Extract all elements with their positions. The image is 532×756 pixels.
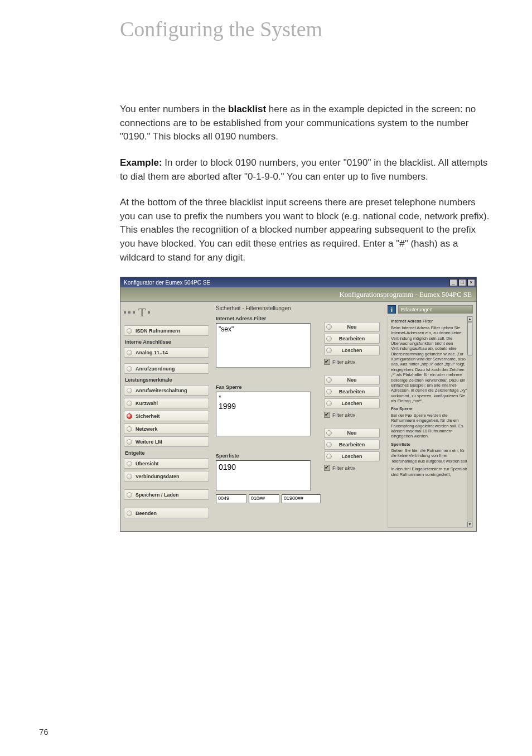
listbox-fax-sperre[interactable]: * 1999: [216, 392, 311, 436]
nav-isdn-rufnummern[interactable]: ISDN Rufnummern: [124, 325, 209, 336]
chk-filter-aktiv-1[interactable]: Filter aktiv: [324, 359, 380, 365]
chk-filter-aktiv-2[interactable]: Filter aktiv: [324, 412, 380, 418]
nav-heading-lm: Leistungsmerkmale: [125, 377, 209, 383]
btn-neu-2[interactable]: Neu: [324, 375, 380, 385]
prefill-row: 0049 010## 01900##: [216, 494, 322, 503]
app-window: Konfigurator der Eumex 504PC SE _ □ × Ko…: [120, 277, 477, 532]
body-text: You enter numbers in the blacklist here …: [120, 103, 493, 264]
page-number: 76: [39, 727, 49, 736]
help-title: Erläuterungen: [398, 305, 473, 314]
help-h1: Internet Adress Filter: [391, 319, 470, 324]
help-body: Internet Adress Filter Beim Internet Adr…: [388, 316, 473, 528]
prefill-3[interactable]: 01900##: [282, 494, 321, 503]
app-banner: Konfigurationsprogramm - Eumex 504PC SE: [120, 287, 476, 302]
btn-neu-3[interactable]: Neu: [324, 428, 380, 438]
nav-heading-entgelte: Entgelte: [125, 450, 209, 456]
prefill-1[interactable]: 0049: [216, 494, 246, 503]
label-internet-filter: Internet Adress Filter: [216, 316, 322, 321]
btn-loeschen-2[interactable]: Löschen: [324, 398, 380, 408]
help-h2: Fax Sperre: [391, 406, 470, 411]
help-scrollbar[interactable]: ▲ ▼: [467, 316, 472, 527]
scroll-down-icon[interactable]: ▼: [467, 522, 472, 527]
nav-sidebar: T ISDN Rufnummern Interne Anschlüsse Ana…: [120, 302, 212, 531]
scroll-thumb[interactable]: [467, 322, 472, 355]
para-2: Example: In order to block 0190 numbers,…: [120, 156, 493, 184]
nav-anrufweiterschaltung[interactable]: Anrufweiterschaltung: [124, 385, 209, 396]
para-4: This enables the recognition of a blocke…: [120, 223, 493, 264]
btn-loeschen-1[interactable]: Löschen: [324, 345, 380, 355]
help-p2: Bei der Fax Sperre werden die Rufnummern…: [391, 413, 470, 439]
nav-analog[interactable]: Analog 11..14: [124, 347, 209, 358]
btn-neu-1[interactable]: Neu: [324, 322, 380, 332]
btn-loeschen-3[interactable]: Löschen: [324, 451, 380, 461]
listbox-internet-filter[interactable]: "sex": [216, 323, 311, 368]
window-title: Konfigurator der Eumex 504PC SE: [124, 280, 210, 286]
window-maximize-button[interactable]: □: [458, 279, 466, 286]
para-3: At the bottom of the three blacklist inp…: [120, 196, 493, 223]
btn-bearbeiten-3[interactable]: Bearbeiten: [324, 440, 380, 450]
nav-netzwerk[interactable]: Netzwerk: [124, 423, 209, 434]
label-sperrliste: Sperrliste: [216, 453, 322, 459]
nav-verbindungsdaten[interactable]: Verbindungsdaten: [124, 471, 209, 481]
chk-filter-aktiv-3[interactable]: Filter aktiv: [324, 465, 380, 471]
btn-bearbeiten-2[interactable]: Bearbeiten: [324, 387, 380, 397]
help-p3: Geben Sie hier die Rufnummern ein, für d…: [391, 448, 470, 464]
window-titlebar: Konfigurator der Eumex 504PC SE _ □ ×: [120, 277, 476, 287]
nav-weitere-lm[interactable]: Weitere LM: [124, 436, 209, 447]
help-p1: Beim Internet Adress Filter geben Sie In…: [391, 325, 470, 404]
brand-logo: T: [124, 305, 209, 320]
window-minimize-button[interactable]: _: [449, 279, 457, 286]
nav-beenden[interactable]: Beenden: [124, 508, 209, 518]
window-close-button[interactable]: ×: [467, 279, 475, 286]
nav-speichern-laden[interactable]: Speichern / Laden: [124, 489, 209, 500]
page-title: Configuring the System: [120, 17, 493, 41]
nav-uebersicht[interactable]: Übersicht: [124, 458, 209, 469]
para-1: You enter numbers in the blacklist here …: [120, 103, 493, 144]
help-panel: i Erläuterungen Internet Adress Filter B…: [384, 302, 476, 531]
help-p4: In den drei Eingabefenstern zur Sperrlis…: [391, 466, 470, 477]
prefill-2[interactable]: 010##: [249, 494, 279, 503]
nav-anrufzuordnung[interactable]: Anrufzuordnung: [124, 363, 209, 374]
scroll-up-icon[interactable]: ▲: [467, 316, 472, 322]
nav-kurzwahl[interactable]: Kurzwahl: [124, 398, 209, 408]
info-icon: i: [388, 305, 396, 314]
nav-sicherheit[interactable]: Sicherheit: [124, 411, 209, 421]
help-h3: Sperrliste: [391, 442, 470, 447]
nav-heading-interne: Interne Anschlüsse: [125, 339, 209, 345]
listbox-sperrliste[interactable]: 0190: [216, 460, 311, 491]
t-logo-icon: T: [138, 305, 146, 320]
btn-bearbeiten-1[interactable]: Bearbeiten: [324, 334, 380, 344]
breadcrumb: Sicherheit - Filtereinstellungen: [216, 305, 322, 311]
checkbox-icon: [324, 412, 330, 418]
checkbox-icon: [324, 359, 330, 365]
center-panel: Sicherheit - Filtereinstellungen Interne…: [212, 302, 384, 531]
checkbox-icon: [324, 465, 330, 471]
label-fax-sperre: Fax Sperre: [216, 384, 322, 390]
